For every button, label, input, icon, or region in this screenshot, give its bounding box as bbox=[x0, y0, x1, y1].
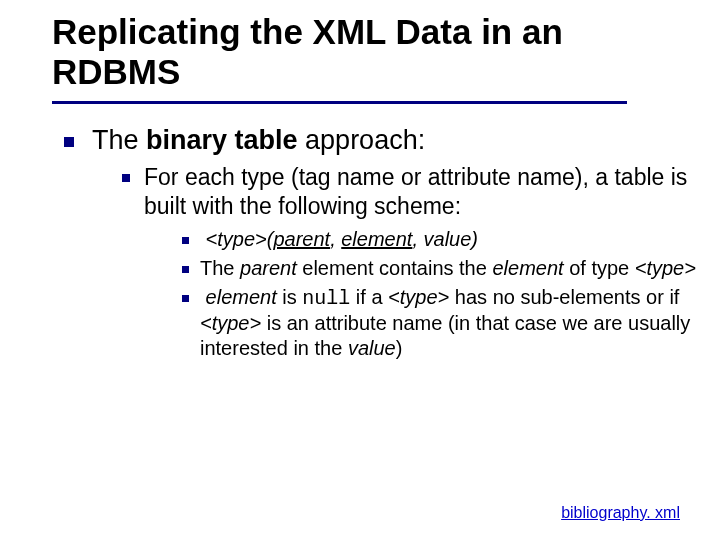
text: ) bbox=[396, 337, 403, 359]
bullet-list-level3: <type>(parent, element, value) The paren… bbox=[144, 227, 698, 361]
list-item: The parent element contains the element … bbox=[180, 256, 698, 281]
text-italic: , bbox=[412, 228, 423, 250]
text-italic: <type> bbox=[635, 257, 696, 279]
bullet-list-level2: For each type (tag name or attribute nam… bbox=[92, 163, 698, 361]
list-item: The binary table approach: For each type… bbox=[62, 124, 698, 361]
slide: Replicating the XML Data in an RDBMS The… bbox=[0, 0, 720, 540]
text: has no sub-elements or if bbox=[449, 286, 679, 308]
text-italic: <type> bbox=[200, 312, 261, 334]
bibliography-link[interactable]: bibliography. xml bbox=[561, 504, 680, 522]
text: The bbox=[200, 257, 240, 279]
text: is an attribute name (in that case we ar… bbox=[200, 312, 690, 359]
text: of type bbox=[564, 257, 635, 279]
title-underline bbox=[52, 101, 627, 104]
text-italic: element bbox=[492, 257, 563, 279]
bullet-list-level1: The binary table approach: For each type… bbox=[52, 124, 698, 361]
text-bold: binary table bbox=[146, 125, 298, 155]
text: is bbox=[277, 286, 303, 308]
text-italic: value bbox=[424, 228, 472, 250]
text-mono: null bbox=[302, 287, 350, 310]
text-italic: parent bbox=[240, 257, 297, 279]
text-italic-underline: element bbox=[341, 228, 412, 250]
text-italic: <type> bbox=[388, 286, 449, 308]
text-italic: value bbox=[348, 337, 396, 359]
slide-title: Replicating the XML Data in an RDBMS bbox=[52, 12, 698, 99]
text: element contains the bbox=[297, 257, 493, 279]
text-italic-underline: parent bbox=[273, 228, 330, 250]
text-italic: , bbox=[330, 228, 341, 250]
text: approach: bbox=[298, 125, 426, 155]
text-italic: <type> bbox=[206, 228, 267, 250]
text: The bbox=[92, 125, 146, 155]
text-italic: element bbox=[206, 286, 277, 308]
text-italic: ) bbox=[471, 228, 478, 250]
list-item: <type>(parent, element, value) bbox=[180, 227, 698, 252]
text: if a bbox=[350, 286, 388, 308]
text: For each type (tag name or attribute nam… bbox=[144, 164, 687, 219]
list-item: element is null if a <type> has no sub-e… bbox=[180, 285, 698, 361]
list-item: For each type (tag name or attribute nam… bbox=[120, 163, 698, 361]
